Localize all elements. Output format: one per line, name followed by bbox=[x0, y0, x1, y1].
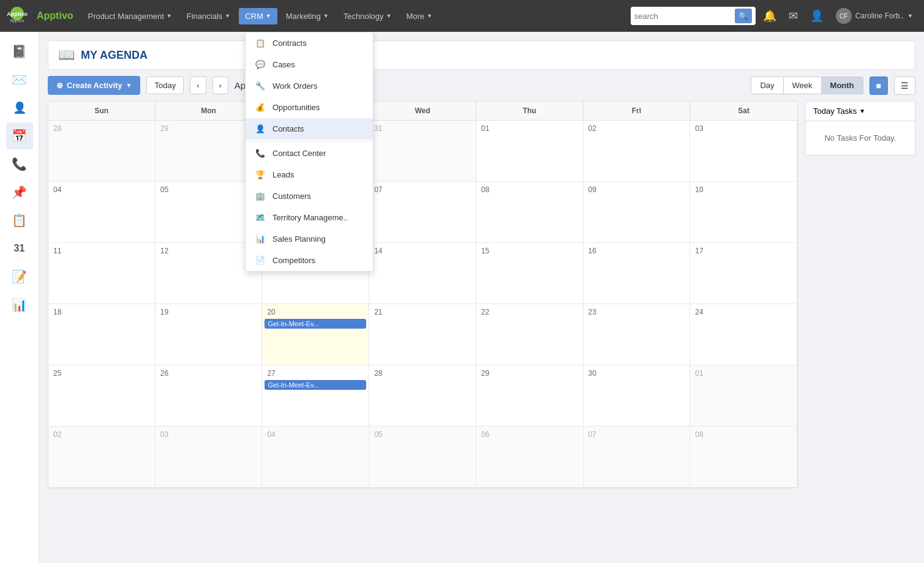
calendar-cell[interactable]: 15 bbox=[476, 243, 584, 304]
profile-icon[interactable]: 👤 bbox=[805, 7, 828, 25]
nav-item-more[interactable]: More ▼ bbox=[400, 8, 438, 24]
user-name: Caroline Forb.. bbox=[855, 12, 904, 20]
cal-date: 08 bbox=[479, 184, 580, 195]
sidebar-icon-phone[interactable]: 📞 bbox=[6, 151, 33, 177]
calendar-cell[interactable]: 14 bbox=[369, 243, 476, 304]
calendar-cell[interactable]: 27Get-In-Meet-Ev... bbox=[262, 365, 369, 427]
cal-date: 29 bbox=[158, 123, 260, 134]
calendar-cell[interactable]: 19 bbox=[156, 304, 263, 365]
sidebar-icon-notes[interactable]: 📝 bbox=[6, 263, 33, 290]
calendar-cell[interactable]: 04 bbox=[48, 182, 156, 243]
chevron-icon: ▼ bbox=[266, 13, 271, 19]
calendar-cell[interactable]: 07 bbox=[584, 427, 691, 488]
calendar-cell[interactable]: 07 bbox=[369, 182, 476, 243]
sidebar-icon-notebook[interactable]: 📓 bbox=[6, 38, 33, 65]
dropdown-item-work-orders[interactable]: 🔧 Work Orders bbox=[246, 75, 373, 97]
search-input[interactable] bbox=[634, 12, 732, 21]
cal-date: 03 bbox=[693, 123, 794, 134]
nav-item-financials[interactable]: Financials ▼ bbox=[181, 8, 236, 24]
calendar-cell[interactable]: 06 bbox=[476, 427, 584, 488]
calendar-cell[interactable]: 03 bbox=[156, 427, 263, 488]
calendar-cell[interactable]: 11 bbox=[48, 243, 156, 304]
day-view-button[interactable]: Day bbox=[751, 77, 783, 94]
dropdown-item-opportunities[interactable]: 💰 Opportunities bbox=[246, 97, 373, 118]
sidebar-icon-chart[interactable]: 📊 bbox=[6, 291, 33, 318]
calendar-cell[interactable]: 17 bbox=[690, 243, 797, 304]
crm-dropdown: 📋 Contracts 💬 Cases 🔧 Work Orders 💰 Oppo… bbox=[245, 32, 374, 272]
week-view-button[interactable]: Week bbox=[784, 77, 822, 94]
cal-date: 04 bbox=[51, 184, 152, 195]
search-button[interactable]: 🔍 bbox=[735, 9, 752, 23]
calendar-cell[interactable]: 18 bbox=[48, 304, 156, 365]
dropdown-item-contact-center[interactable]: 📞 Contact Center bbox=[246, 143, 373, 164]
cal-date: 23 bbox=[586, 307, 688, 318]
cal-date: 31 bbox=[372, 123, 473, 134]
calendar-cell[interactable]: 08 bbox=[476, 182, 584, 243]
sidebar-icon-tasks[interactable]: 📋 bbox=[6, 207, 33, 234]
cal-event[interactable]: Get-In-Meet-Ev... bbox=[265, 380, 366, 390]
calendar-cell[interactable]: 25 bbox=[48, 365, 156, 427]
cal-date: 01 bbox=[693, 368, 794, 379]
dropdown-item-competitors[interactable]: 📄 Competitors bbox=[246, 250, 373, 271]
calendar-cell[interactable]: 28 bbox=[48, 121, 156, 182]
dropdown-item-sales-planning[interactable]: 📊 Sales Planning bbox=[246, 228, 373, 250]
calendar-cell[interactable]: 16 bbox=[584, 243, 691, 304]
calendar-cell[interactable]: 23 bbox=[584, 304, 691, 365]
calendar-cell[interactable]: 01 bbox=[690, 365, 797, 427]
calendar-cell[interactable]: 30 bbox=[584, 365, 691, 427]
nav-item-crm[interactable]: CRM ▼ bbox=[239, 8, 277, 24]
sidebar-icon-email[interactable]: ✉️ bbox=[6, 66, 33, 93]
cal-date: 16 bbox=[586, 245, 688, 256]
mail-icon[interactable]: ✉ bbox=[784, 7, 803, 25]
calendar-cell[interactable]: 10 bbox=[690, 182, 797, 243]
sidebar-icon-pin[interactable]: 📌 bbox=[6, 179, 33, 206]
calendar-cell[interactable]: 01 bbox=[476, 121, 584, 182]
calendar-cell[interactable]: 05 bbox=[369, 427, 476, 488]
calendar-cell[interactable]: 20Get-In-Meet-Ev... bbox=[262, 304, 369, 365]
calendar-cell[interactable]: 08 bbox=[690, 427, 797, 488]
calendar-cell[interactable]: 09 bbox=[584, 182, 691, 243]
sidebar-icon-date[interactable]: 31 bbox=[6, 235, 33, 262]
calendar-cell[interactable]: 21 bbox=[369, 304, 476, 365]
month-view-button[interactable]: Month bbox=[822, 77, 863, 94]
calendar-cell[interactable]: 02 bbox=[48, 427, 156, 488]
dropdown-item-cases[interactable]: 💬 Cases bbox=[246, 54, 373, 75]
today-button[interactable]: Today bbox=[146, 76, 184, 94]
calendar-cell[interactable]: 03 bbox=[690, 121, 797, 182]
cal-grid-view-button[interactable]: ■ bbox=[870, 76, 888, 95]
cal-date: 17 bbox=[693, 245, 794, 256]
app-logo[interactable]: Apptivo Apptivo Apptivo bbox=[6, 5, 73, 27]
sidebar-icon-calendar[interactable]: 📅 bbox=[6, 122, 33, 149]
calendar-cell[interactable]: 29 bbox=[476, 365, 584, 427]
prev-month-button[interactable]: ‹ bbox=[190, 76, 206, 94]
calendar-cell[interactable]: 22 bbox=[476, 304, 584, 365]
sidebar-icon-contacts[interactable]: 👤 bbox=[6, 94, 33, 121]
create-activity-button[interactable]: ⊕ Create Activity ▼ bbox=[48, 76, 140, 95]
leads-icon: 🏆 bbox=[254, 170, 266, 179]
calendar-cell[interactable]: 31 bbox=[369, 121, 476, 182]
tasks-body: No Tasks For Today. bbox=[805, 121, 915, 155]
calendar-cell[interactable]: 04 bbox=[262, 427, 369, 488]
dropdown-item-customers[interactable]: 🏢 Customers bbox=[246, 185, 373, 207]
dropdown-item-contacts[interactable]: 👤 Contacts bbox=[246, 118, 373, 140]
nav-item-technology[interactable]: Technology ▼ bbox=[337, 8, 398, 24]
dropdown-item-contracts[interactable]: 📋 Contracts bbox=[246, 32, 373, 54]
dropdown-item-leads[interactable]: 🏆 Leads bbox=[246, 164, 373, 185]
notifications-icon[interactable]: 🔔 bbox=[758, 7, 781, 25]
nav-item-product-management[interactable]: Product Management ▼ bbox=[82, 8, 178, 24]
contact-center-icon: 📞 bbox=[254, 149, 266, 158]
cal-date: 02 bbox=[586, 123, 688, 134]
next-month-button[interactable]: › bbox=[212, 76, 228, 94]
cal-list-view-button[interactable]: ☰ bbox=[894, 76, 915, 95]
calendar-cell[interactable]: 24 bbox=[690, 304, 797, 365]
svg-text:Apptivo: Apptivo bbox=[7, 11, 28, 17]
user-menu[interactable]: CF Caroline Forb.. ▼ bbox=[831, 6, 918, 26]
calendar-cell[interactable]: 02 bbox=[584, 121, 691, 182]
calendar-cell[interactable]: 28 bbox=[369, 365, 476, 427]
calendar-cell[interactable]: 26 bbox=[156, 365, 263, 427]
tasks-header[interactable]: Today Tasks ▼ bbox=[805, 101, 915, 121]
cal-event[interactable]: Get-In-Meet-Ev... bbox=[265, 319, 366, 329]
dropdown-item-territory[interactable]: 🗺️ Territory Manageme.. bbox=[246, 207, 373, 228]
nav-item-marketing[interactable]: Marketing ▼ bbox=[280, 8, 335, 24]
cal-date: 07 bbox=[586, 429, 688, 440]
